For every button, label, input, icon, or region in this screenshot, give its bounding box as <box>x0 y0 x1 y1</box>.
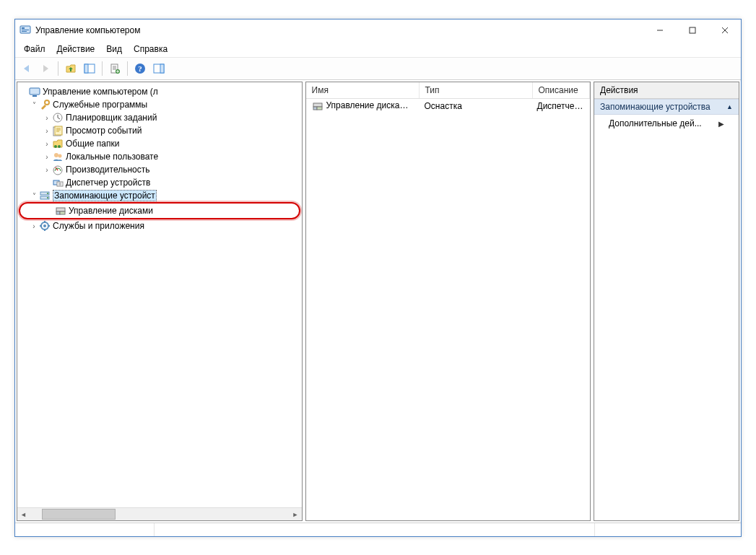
title-bar: Управление компьютером <box>15 19 741 41</box>
tree-label: Общие папки <box>66 139 119 149</box>
list-row[interactable]: Управление дисками... Оснастка Диспетчер… <box>306 99 591 113</box>
scroll-thumb[interactable] <box>42 509 116 520</box>
expand-icon[interactable]: › <box>42 166 52 174</box>
toolbar-separator <box>127 61 128 76</box>
svg-point-24 <box>54 153 58 157</box>
svg-rect-39 <box>313 107 317 110</box>
window-controls <box>643 19 741 41</box>
app-icon <box>19 25 31 36</box>
collapse-icon[interactable]: ˅ <box>29 192 39 200</box>
console-tree[interactable]: Управление компьютером (л ˅ Служебные пр… <box>17 84 302 507</box>
tree-services-apps[interactable]: › Службы и приложения <box>17 219 302 232</box>
tree-label: Управление компьютером (л <box>43 87 158 97</box>
menu-action[interactable]: Действие <box>51 43 101 56</box>
expand-icon[interactable]: › <box>42 114 52 122</box>
services-icon <box>39 220 51 232</box>
actions-pane-title: Действия <box>594 82 739 99</box>
tree-storage[interactable]: ˅ Запоминающие устройст <box>17 189 302 202</box>
disk-mgmt-icon <box>55 205 66 217</box>
help-button[interactable]: ? <box>131 60 149 77</box>
up-folder-button[interactable] <box>62 60 79 77</box>
svg-point-37 <box>43 224 46 227</box>
tree-system-tools[interactable]: ˅ Служебные программы <box>17 98 302 111</box>
expand-icon[interactable]: › <box>42 140 52 148</box>
client-area: Управление компьютером (л ˅ Служебные пр… <box>15 80 741 523</box>
toolbar: ? <box>15 57 741 80</box>
svg-rect-34 <box>56 211 60 214</box>
svg-text:?: ? <box>138 64 142 73</box>
show-action-pane-button[interactable] <box>150 60 168 77</box>
tree-label: Службы и приложения <box>53 221 144 231</box>
svg-point-18 <box>45 100 49 105</box>
status-bar <box>15 523 741 536</box>
svg-rect-9 <box>84 64 88 73</box>
event-log-icon <box>52 125 64 136</box>
tree-horizontal-scrollbar[interactable]: ◄ ► <box>17 507 302 520</box>
tree-root[interactable]: Управление компьютером (л <box>17 85 302 98</box>
show-hide-tree-button[interactable] <box>81 60 98 77</box>
column-header-name[interactable]: Имя <box>306 82 420 98</box>
list-cell-desc: Диспетчер виртуальны... <box>531 101 591 111</box>
tree-task-scheduler[interactable]: › Планировщик заданий <box>17 111 302 124</box>
tree-label: Запоминающие устройст <box>53 190 157 201</box>
actions-section-label: Запоминающие устройства <box>600 102 711 112</box>
tree-shared-folders[interactable]: › Общие папки <box>17 137 302 150</box>
menu-view[interactable]: Вид <box>100 43 128 56</box>
svg-rect-17 <box>32 95 37 97</box>
svg-rect-15 <box>160 64 164 73</box>
svg-rect-1 <box>22 27 25 29</box>
scroll-right-arrow[interactable]: ► <box>290 508 302 520</box>
list-body[interactable]: Управление дисками... Оснастка Диспетчер… <box>306 99 591 520</box>
menu-bar: Файл Действие Вид Справка <box>15 41 741 57</box>
svg-rect-3 <box>22 31 27 32</box>
actions-more-link[interactable]: Дополнительные дей... ▶ <box>594 115 739 132</box>
svg-point-23 <box>58 145 61 148</box>
status-segment <box>155 523 595 536</box>
column-header-type[interactable]: Тип <box>420 82 533 98</box>
tree-event-viewer[interactable]: › Просмотр событий <box>17 124 302 137</box>
svg-rect-33 <box>56 208 65 211</box>
svg-rect-38 <box>313 103 322 107</box>
tree-label: Управление дисками <box>69 206 153 216</box>
chevron-right-icon: ▶ <box>718 120 724 128</box>
svg-rect-28 <box>57 182 63 186</box>
device-mgr-icon <box>52 177 64 188</box>
svg-rect-16 <box>30 88 40 95</box>
collapse-icon[interactable]: ˅ <box>29 101 39 109</box>
export-list-button[interactable] <box>106 60 123 77</box>
actions-section-header[interactable]: Запоминающие устройства ▲ <box>594 99 739 115</box>
tree-device-manager[interactable]: Диспетчер устройств <box>17 176 302 189</box>
tree-label: Локальные пользовате <box>66 152 158 162</box>
maximize-button[interactable] <box>676 19 708 41</box>
tree-label: Просмотр событий <box>66 126 142 136</box>
column-header-description[interactable]: Описание <box>533 82 591 98</box>
tree-disk-management[interactable]: Управление дисками <box>19 202 300 219</box>
status-segment <box>15 523 155 536</box>
expand-icon[interactable]: › <box>42 127 52 135</box>
tree-label: Планировщик заданий <box>66 113 157 123</box>
menu-help[interactable]: Справка <box>128 43 173 56</box>
window-title: Управление компьютером <box>35 25 643 35</box>
performance-icon <box>52 164 64 175</box>
list-cell-type: Оснастка <box>419 101 531 111</box>
menu-file[interactable]: Файл <box>18 43 51 56</box>
expand-icon[interactable]: › <box>42 153 52 161</box>
list-header: Имя Тип Описание <box>306 82 591 99</box>
back-button[interactable] <box>18 60 35 77</box>
svg-rect-40 <box>317 107 322 110</box>
svg-point-22 <box>54 145 57 148</box>
collapse-up-icon[interactable]: ▲ <box>726 103 733 110</box>
computer-mgmt-icon <box>29 86 40 97</box>
status-segment <box>595 523 741 536</box>
shared-folder-icon <box>52 138 64 149</box>
console-tree-pane: Управление компьютером (л ˅ Служебные пр… <box>17 82 303 521</box>
close-button[interactable] <box>708 19 741 41</box>
tree-local-users[interactable]: › Локальные пользовате <box>17 150 302 163</box>
cell-text: Управление дисками... <box>326 100 418 110</box>
forward-button[interactable] <box>37 60 54 77</box>
app-window: Управление компьютером Файл Действие Вид… <box>14 19 742 537</box>
expand-icon[interactable]: › <box>29 222 39 230</box>
scroll-left-arrow[interactable]: ◄ <box>17 508 30 520</box>
minimize-button[interactable] <box>643 19 676 41</box>
tree-performance[interactable]: › Производительность <box>17 163 302 176</box>
